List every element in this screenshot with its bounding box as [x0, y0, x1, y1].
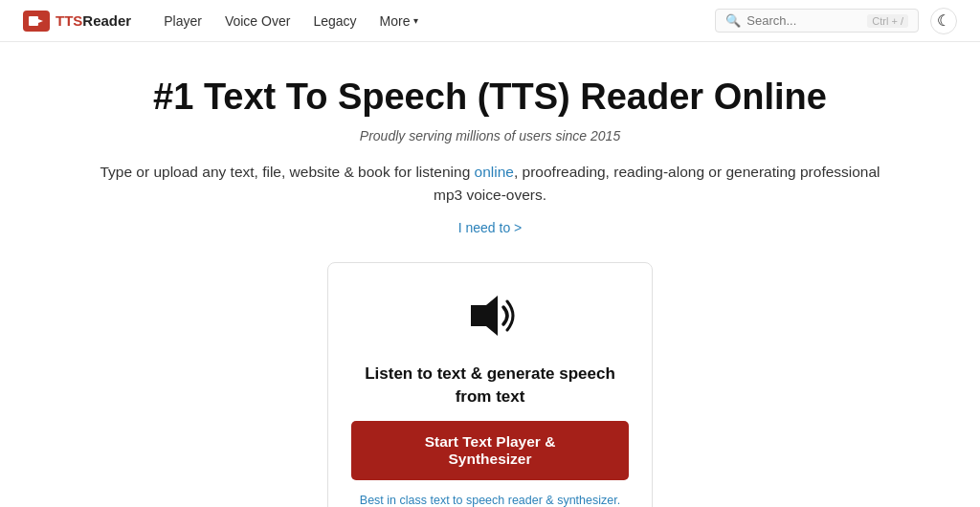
- svg-rect-3: [471, 305, 486, 326]
- navbar: TTSReader Player Voice Over Legacy More …: [0, 0, 980, 42]
- chevron-down-icon: ▾: [413, 15, 418, 26]
- logo-icon: [23, 11, 50, 32]
- main-content: #1 Text To Speech (TTS) Reader Online Pr…: [0, 42, 980, 507]
- speaker-icon: [461, 290, 519, 349]
- search-input[interactable]: [746, 13, 861, 28]
- search-box[interactable]: 🔍 Ctrl + /: [715, 9, 919, 33]
- nav-player-link[interactable]: Player: [154, 8, 212, 34]
- svg-marker-1: [38, 19, 43, 23]
- moon-icon: ☾: [937, 11, 950, 30]
- svg-rect-0: [29, 16, 38, 26]
- search-shortcut: Ctrl + /: [867, 14, 908, 28]
- nav-more-link[interactable]: More ▾: [370, 8, 429, 34]
- nav-legacy-link[interactable]: Legacy: [303, 8, 366, 34]
- hero-title: #1 Text To Speech (TTS) Reader Online: [153, 77, 827, 119]
- card-title: Listen to text & generate speech from te…: [351, 363, 629, 408]
- hero-cta-link[interactable]: I need to >: [458, 220, 523, 235]
- search-icon: 🔍: [725, 13, 741, 28]
- start-player-button[interactable]: Start Text Player & Synthesizer: [351, 421, 629, 480]
- card-footnote: Best in class text to speech reader & sy…: [360, 494, 620, 507]
- logo-text: TTSReader: [56, 12, 131, 29]
- nav-voiceover-link[interactable]: Voice Over: [215, 8, 300, 34]
- hero-description: Type or upload any text, file, website &…: [98, 161, 882, 207]
- tts-card: Listen to text & generate speech from te…: [327, 262, 653, 507]
- hero-subtitle: Proudly serving millions of users since …: [360, 128, 620, 143]
- nav-links: Player Voice Over Legacy More ▾: [154, 8, 715, 34]
- nav-right: 🔍 Ctrl + / ☾: [715, 8, 957, 34]
- hero-online-link[interactable]: online: [475, 164, 514, 180]
- logo-link[interactable]: TTSReader: [23, 11, 131, 32]
- dark-mode-toggle[interactable]: ☾: [930, 8, 957, 34]
